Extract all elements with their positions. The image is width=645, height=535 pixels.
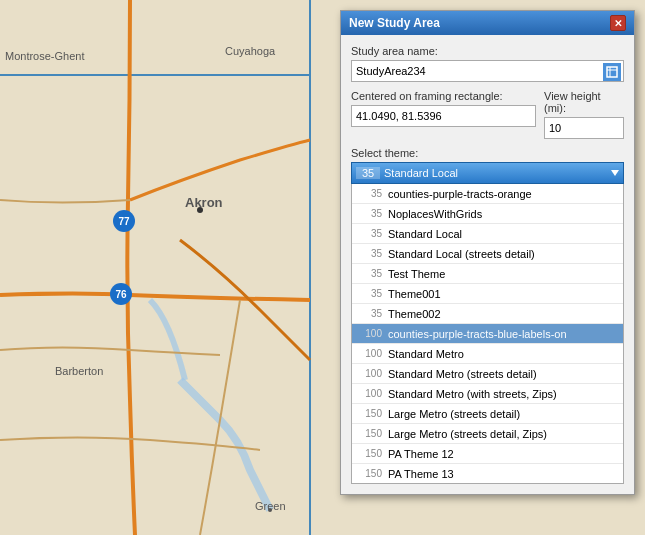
theme-num: 100 [352, 368, 388, 379]
shield-77: 77 [113, 210, 135, 232]
theme-num: 35 [352, 268, 388, 279]
theme-name: counties-purple-tracts-blue-labels-on [388, 328, 623, 340]
theme-name: Standard Local [388, 228, 623, 240]
theme-num: 35 [352, 228, 388, 239]
map-label-green: Green [255, 500, 286, 512]
theme-name: Test Theme [388, 268, 623, 280]
theme-name: Standard Metro [388, 348, 623, 360]
theme-list-item[interactable]: 100Standard Metro (with streets, Zips) [352, 384, 623, 404]
theme-name: PA Theme 13 [388, 468, 623, 480]
theme-name: PA Theme 12 [388, 448, 623, 460]
theme-num: 150 [352, 428, 388, 439]
dialog-title: New Study Area [349, 16, 440, 30]
theme-list-item[interactable]: 35counties-purple-tracts-orange [352, 184, 623, 204]
study-area-label: Study area name: [351, 45, 624, 57]
theme-list-item[interactable]: 100counties-purple-tracts-blue-labels-on [352, 324, 623, 344]
theme-name: Standard Metro (with streets, Zips) [388, 388, 623, 400]
theme-name: Theme001 [388, 288, 623, 300]
theme-list-item[interactable]: 35Test Theme [352, 264, 623, 284]
theme-list-item[interactable]: 35Standard Local (streets detail) [352, 244, 623, 264]
coord-input[interactable] [351, 105, 536, 127]
map-label-montrose: Montrose-Ghent [5, 50, 84, 62]
theme-name: NoplacesWithGrids [388, 208, 623, 220]
dialog-titlebar: New Study Area ✕ [341, 11, 634, 35]
theme-dropdown-button[interactable]: 35 Standard Local [351, 162, 624, 184]
close-button[interactable]: ✕ [610, 15, 626, 31]
svg-rect-4 [607, 67, 617, 77]
new-study-area-dialog: New Study Area ✕ Study area name: StudyA… [340, 10, 635, 495]
view-height-input[interactable] [544, 117, 624, 139]
theme-list-item[interactable]: 100Standard Metro (streets detail) [352, 364, 623, 384]
theme-list-item[interactable]: 150Large Metro (streets detail, Zips) [352, 424, 623, 444]
study-area-icon[interactable] [603, 63, 621, 81]
dropdown-arrow-icon [611, 170, 619, 176]
theme-num: 150 [352, 408, 388, 419]
theme-name: Standard Metro (streets detail) [388, 368, 623, 380]
theme-list-item[interactable]: 35Standard Local [352, 224, 623, 244]
view-height-label: View height (mi): [544, 90, 624, 114]
select-theme-label: Select theme: [351, 147, 624, 159]
theme-list-item[interactable]: 150Large Metro (streets detail) [352, 404, 623, 424]
theme-name: Large Metro (streets detail, Zips) [388, 428, 623, 440]
map-label-cuyahoga: Cuyahoga [225, 45, 275, 57]
study-area-input[interactable]: StudyArea234 [351, 60, 624, 82]
theme-num: 150 [352, 448, 388, 459]
theme-num: 35 [352, 288, 388, 299]
theme-dropdown-list[interactable]: 35counties-purple-tracts-orange35Noplace… [351, 184, 624, 484]
theme-list-item[interactable]: 150PA Theme 12 [352, 444, 623, 464]
map-label-barberton: Barberton [55, 365, 103, 377]
theme-num: 35 [352, 188, 388, 199]
map-label-akron: Akron [185, 195, 223, 210]
theme-num: 100 [352, 388, 388, 399]
selected-theme-name: Standard Local [384, 167, 611, 179]
theme-list-item[interactable]: 100Standard Metro [352, 344, 623, 364]
centered-label: Centered on framing rectangle: [351, 90, 536, 102]
theme-list-item[interactable]: 150PA Theme 13 [352, 464, 623, 484]
theme-name: Standard Local (streets detail) [388, 248, 623, 260]
theme-num: 35 [352, 248, 388, 259]
theme-name: counties-purple-tracts-orange [388, 188, 623, 200]
theme-list-item[interactable]: 35NoplacesWithGrids [352, 204, 623, 224]
theme-num: 100 [352, 328, 388, 339]
theme-name: Theme002 [388, 308, 623, 320]
dialog-body: Study area name: StudyArea234 Centered o… [341, 35, 634, 494]
shield-76: 76 [110, 283, 132, 305]
theme-num: 35 [352, 308, 388, 319]
theme-name: Large Metro (streets detail) [388, 408, 623, 420]
theme-list-item[interactable]: 35Theme001 [352, 284, 623, 304]
theme-num: 35 [352, 208, 388, 219]
theme-list-item[interactable]: 35Theme002 [352, 304, 623, 324]
theme-num: 150 [352, 468, 388, 479]
selected-theme-num: 35 [356, 167, 380, 179]
theme-num: 100 [352, 348, 388, 359]
